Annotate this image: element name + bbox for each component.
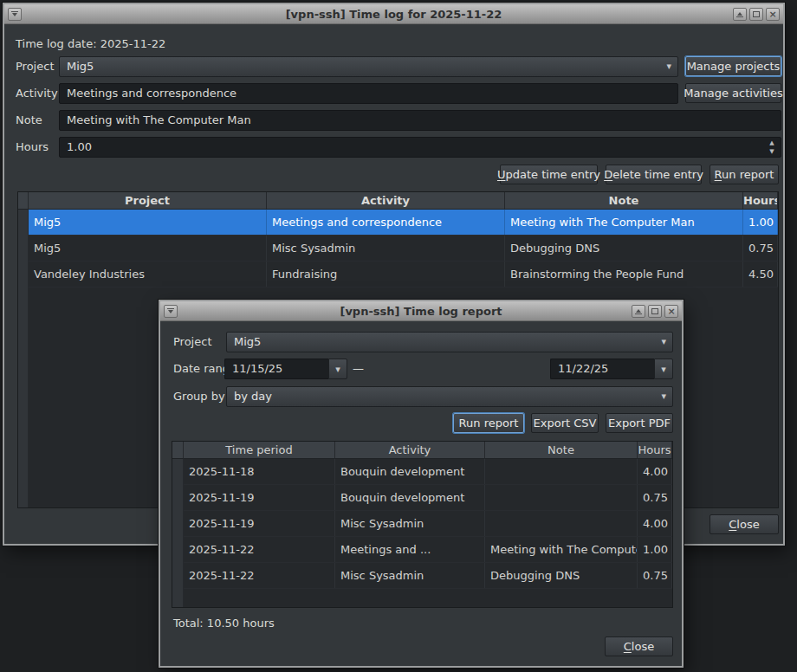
- cell-project[interactable]: Mig5: [29, 236, 267, 261]
- table-row[interactable]: 3 Vandeley Industries Fundraising Brains…: [18, 262, 778, 288]
- date-end-input[interactable]: 11/22/25: [550, 359, 654, 379]
- column-header-time-period[interactable]: Time period: [184, 442, 335, 459]
- cell-time-period[interactable]: 2025-11-19: [184, 485, 335, 510]
- close-button[interactable]: Close: [710, 514, 779, 534]
- cell-note[interactable]: Meeting with The Computer...: [485, 537, 638, 562]
- date-end-dropdown[interactable]: ▾: [654, 359, 673, 379]
- export-csv-button[interactable]: Export CSV: [531, 413, 599, 433]
- project-combobox[interactable]: Mig5 ▾: [59, 56, 678, 77]
- cell-hours[interactable]: 0.75: [638, 485, 672, 510]
- activity-input[interactable]: Meetings and correspondence: [59, 83, 678, 104]
- table-row[interactable]: 1 Mig5 Meetings and correspondence Meeti…: [18, 210, 778, 236]
- cell-hours[interactable]: 4.00: [638, 511, 672, 536]
- cell-hours[interactable]: 0.75: [743, 236, 778, 261]
- column-header-hours[interactable]: Hours: [638, 442, 672, 459]
- total-hours-label: Total: 10.50 hours: [173, 613, 275, 634]
- cell-activity[interactable]: Meetings and ...: [335, 537, 485, 562]
- cell-hours[interactable]: 4.50: [743, 262, 778, 287]
- row-number-column: [172, 459, 184, 607]
- cell-time-period[interactable]: 2025-11-18: [184, 459, 335, 484]
- export-pdf-button[interactable]: Export PDF: [606, 413, 673, 433]
- table-row[interactable]: 2 Mig5 Misc Sysadmin Debugging DNS 0.75: [18, 236, 778, 262]
- report-table: Time period Activity Note Hours 1 2025-1…: [172, 441, 673, 608]
- chevron-down-icon: ▾: [335, 364, 340, 375]
- activity-label: Activity: [16, 83, 58, 104]
- project-label: Project: [16, 56, 54, 77]
- cell-hours[interactable]: 1.00: [743, 210, 778, 235]
- date-start-dropdown[interactable]: ▾: [328, 359, 347, 379]
- cell-activity[interactable]: Misc Sysadmin: [267, 236, 505, 261]
- table-row[interactable]: 3 2025-11-19 Misc Sysadmin 4.00: [172, 511, 672, 537]
- maximize-icon: [753, 11, 760, 17]
- maximize-icon: [651, 308, 658, 314]
- cell-activity[interactable]: Misc Sysadmin: [335, 511, 485, 536]
- spin-up-icon[interactable]: ▲: [769, 139, 774, 146]
- maximize-button[interactable]: [648, 305, 662, 318]
- cell-note[interactable]: Debugging DNS: [505, 236, 743, 261]
- dialog-title: [vpn-ssh] Time log report: [212, 305, 630, 318]
- cell-project[interactable]: Vandeley Industries: [29, 262, 267, 287]
- update-time-entry-button[interactable]: Update time entry: [500, 165, 598, 184]
- report-project-combobox[interactable]: Mig5 ▾: [226, 332, 673, 352]
- date-start-input[interactable]: 11/15/25: [224, 359, 328, 379]
- cell-note[interactable]: Brainstorming the People Fund: [505, 262, 743, 287]
- cell-note[interactable]: [485, 485, 638, 510]
- shade-icon: [636, 309, 641, 313]
- cell-project[interactable]: Mig5: [29, 210, 267, 235]
- cell-activity[interactable]: Bouquin development: [335, 485, 485, 510]
- cell-hours[interactable]: 4.00: [638, 459, 672, 484]
- shade-button[interactable]: [632, 305, 645, 318]
- close-window-button[interactable]: ×: [766, 8, 780, 21]
- run-report-button[interactable]: Run report: [710, 165, 779, 184]
- main-titlebar[interactable]: [vpn-ssh] Time log for 2025-11-22 ×: [4, 4, 783, 24]
- dialog-close-button[interactable]: Close: [605, 636, 673, 656]
- hours-spinbox[interactable]: 1.00 ▲ ▼: [59, 137, 781, 158]
- table-row[interactable]: 1 2025-11-18 Bouquin development 4.00: [172, 459, 672, 485]
- cell-activity[interactable]: Misc Sysadmin: [335, 563, 485, 588]
- maximize-button[interactable]: [749, 8, 763, 21]
- window-menu-button[interactable]: [164, 305, 178, 318]
- cell-hours[interactable]: 0.75: [638, 563, 672, 588]
- cell-note[interactable]: [485, 459, 638, 484]
- column-header-project[interactable]: Project: [29, 192, 267, 210]
- report-dialog: [vpn-ssh] Time log report × Project Mig5…: [159, 300, 684, 668]
- column-header-hours[interactable]: Hours: [743, 192, 778, 210]
- table-row[interactable]: 4 2025-11-22 Meetings and ... Meeting wi…: [172, 537, 672, 563]
- manage-activities-button[interactable]: Manage activities: [685, 83, 781, 103]
- cell-time-period[interactable]: 2025-11-22: [184, 563, 335, 588]
- cell-note[interactable]: Debugging DNS: [485, 563, 638, 588]
- close-icon: ×: [667, 307, 675, 316]
- spinner-buttons[interactable]: ▲ ▼: [767, 139, 777, 155]
- cell-note[interactable]: [485, 511, 638, 536]
- cell-time-period[interactable]: 2025-11-19: [184, 511, 335, 536]
- close-window-button[interactable]: ×: [664, 305, 678, 318]
- spin-down-icon[interactable]: ▼: [769, 148, 774, 155]
- dialog-run-report-button[interactable]: Run report: [453, 413, 524, 433]
- manage-projects-button[interactable]: Manage projects: [685, 56, 781, 76]
- note-label: Note: [16, 110, 42, 131]
- delete-time-entry-button[interactable]: Delete time entry: [606, 165, 702, 184]
- cell-note[interactable]: Meeting with The Computer Man: [505, 210, 743, 235]
- table-row[interactable]: 2 2025-11-19 Bouquin development 0.75: [172, 485, 672, 511]
- shade-button[interactable]: [733, 8, 747, 21]
- cell-activity[interactable]: Bouquin development: [335, 459, 485, 484]
- chevron-down-icon: ▾: [666, 57, 671, 76]
- cell-time-period[interactable]: 2025-11-22: [184, 537, 335, 562]
- date-start-picker[interactable]: 11/15/25 ▾: [224, 359, 347, 379]
- cell-activity[interactable]: Fundraising: [267, 262, 505, 287]
- date-range-separator: —: [353, 359, 364, 379]
- date-end-picker[interactable]: 11/22/25 ▾: [550, 359, 673, 379]
- column-header-note[interactable]: Note: [505, 192, 743, 210]
- group-by-combobox[interactable]: by day ▾: [226, 386, 673, 407]
- cell-activity[interactable]: Meetings and correspondence: [267, 210, 505, 235]
- cell-hours[interactable]: 1.00: [638, 537, 672, 562]
- note-input[interactable]: Meeting with The Computer Man: [59, 110, 781, 131]
- column-header-note[interactable]: Note: [485, 442, 638, 459]
- window-menu-button[interactable]: [8, 8, 22, 21]
- shade-icon: [737, 12, 742, 16]
- table-row[interactable]: 5 2025-11-22 Misc Sysadmin Debugging DNS…: [172, 563, 672, 589]
- dialog-titlebar[interactable]: [vpn-ssh] Time log report ×: [160, 301, 682, 321]
- chevron-down-icon: ▾: [661, 387, 666, 406]
- column-header-activity[interactable]: Activity: [335, 442, 485, 459]
- column-header-activity[interactable]: Activity: [267, 192, 505, 210]
